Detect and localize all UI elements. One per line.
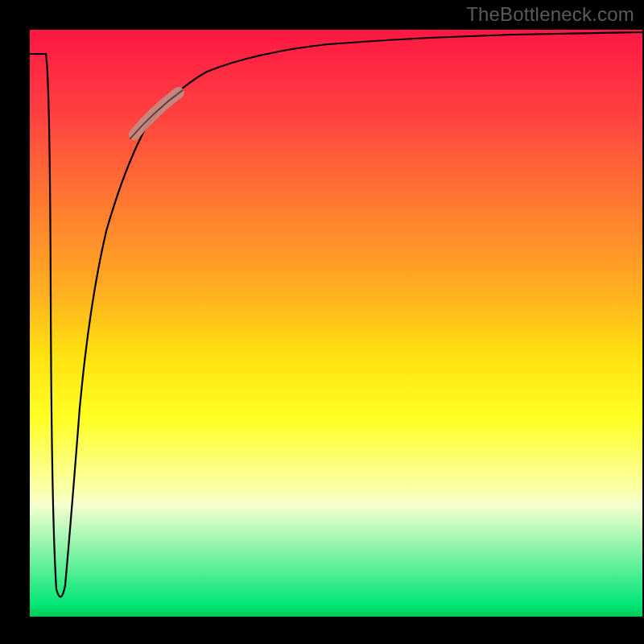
plot-gradient-area — [30, 30, 642, 617]
segment-marker — [134, 93, 179, 134]
chart-container: TheBottleneck.com — [0, 0, 644, 644]
curve-path — [30, 32, 642, 597]
curve-path-over-marker — [130, 90, 183, 138]
bottleneck-curve — [30, 30, 642, 617]
watermark-text: TheBottleneck.com — [466, 3, 634, 26]
